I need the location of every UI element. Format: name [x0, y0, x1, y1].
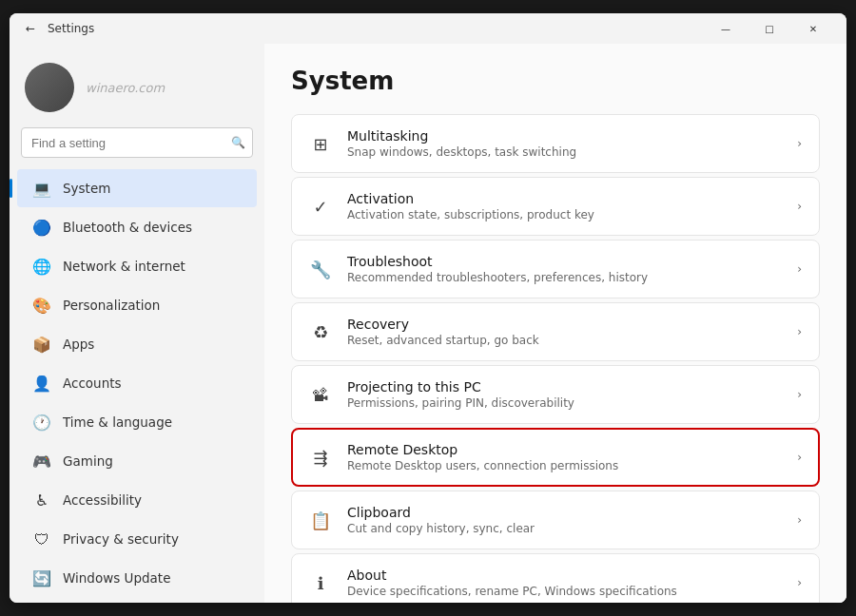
user-profile: winaero.com [10, 55, 264, 127]
nav-list: 💻 System 🔵 Bluetooth & devices 🌐 Network… [10, 169, 264, 597]
sidebar-item-network[interactable]: 🌐 Network & internet [17, 247, 257, 285]
sidebar-item-personalization[interactable]: 🎨 Personalization [17, 286, 257, 324]
settings-item-text: Activation Activation state, subscriptio… [347, 191, 782, 221]
main-wrapper: System ⊞ Multitasking Snap windows, desk… [264, 44, 846, 603]
close-button[interactable]: ✕ [791, 13, 835, 44]
projecting-icon: 📽 [309, 383, 332, 406]
sidebar-item-label: System [63, 181, 242, 196]
gaming-icon: 🎮 [32, 452, 51, 471]
settings-item-title: Recovery [347, 317, 782, 332]
settings-item-desc: Remote Desktop users, connection permiss… [347, 459, 782, 472]
chevron-icon: › [797, 388, 802, 401]
about-icon: ℹ [309, 571, 332, 594]
recovery-icon: ♻ [309, 320, 332, 343]
settings-item-desc: Permissions, pairing PIN, discoverabilit… [347, 396, 782, 410]
minimize-button[interactable]: — [704, 13, 748, 44]
personalization-icon: 🎨 [32, 296, 51, 315]
settings-item-text: Multitasking Snap windows, desktops, tas… [347, 128, 782, 159]
maximize-button[interactable]: □ [748, 13, 791, 44]
settings-item-text: Projecting to this PC Permissions, pairi… [347, 379, 782, 410]
search-box: 🔍 [21, 127, 253, 158]
settings-item-title: Clipboard [347, 505, 782, 520]
chevron-icon: › [797, 576, 802, 589]
back-button[interactable]: ← [21, 19, 40, 38]
sidebar-item-system[interactable]: 💻 System [17, 169, 257, 207]
settings-item-clipboard[interactable]: 📋 Clipboard Cut and copy history, sync, … [291, 491, 820, 549]
accessibility-icon: ♿ [32, 491, 51, 510]
titlebar-title: Settings [48, 22, 704, 35]
settings-item-text: About Device specifications, rename PC, … [347, 568, 782, 598]
settings-item-activation[interactable]: ✓ Activation Activation state, subscript… [291, 177, 820, 236]
sidebar-item-label: Network & internet [63, 259, 242, 274]
settings-item-title: Troubleshoot [347, 254, 782, 269]
settings-item-desc: Cut and copy history, sync, clear [347, 522, 782, 535]
system-icon: 💻 [32, 179, 51, 198]
sidebar-item-label: Windows Update [63, 570, 242, 586]
titlebar: ← Settings — □ ✕ [10, 13, 846, 44]
settings-item-desc: Device specifications, rename PC, Window… [347, 585, 782, 598]
settings-item-desc: Reset, advanced startup, go back [347, 334, 782, 347]
time-icon: 🕐 [32, 413, 51, 432]
settings-item-about[interactable]: ℹ About Device specifications, rename PC… [291, 553, 820, 603]
settings-item-recovery[interactable]: ♻ Recovery Reset, advanced startup, go b… [291, 302, 820, 361]
sidebar-item-bluetooth[interactable]: 🔵 Bluetooth & devices [17, 208, 257, 246]
settings-item-title: Projecting to this PC [347, 379, 782, 395]
troubleshoot-icon: 🔧 [309, 258, 332, 280]
settings-item-text: Remote Desktop Remote Desktop users, con… [347, 442, 782, 472]
chevron-icon: › [797, 513, 802, 527]
content-area: winaero.com 🔍 💻 System 🔵 Bluetooth & dev… [10, 44, 846, 603]
settings-item-projecting[interactable]: 📽 Projecting to this PC Permissions, pai… [291, 365, 820, 424]
settings-item-title: Remote Desktop [347, 442, 782, 457]
search-icon: 🔍 [231, 136, 245, 149]
chevron-icon: › [797, 262, 802, 276]
apps-icon: 📦 [32, 335, 51, 354]
settings-list: ⊞ Multitasking Snap windows, desktops, t… [291, 114, 820, 603]
network-icon: 🌐 [32, 257, 51, 276]
multitasking-icon: ⊞ [309, 132, 332, 155]
sidebar-item-label: Time & language [63, 414, 242, 430]
sidebar-item-label: Privacy & security [63, 531, 242, 547]
sidebar-item-update[interactable]: 🔄 Windows Update [17, 559, 257, 597]
sidebar-item-accessibility[interactable]: ♿ Accessibility [17, 481, 257, 519]
chevron-icon: › [797, 451, 802, 464]
user-name: winaero.com [86, 81, 165, 95]
settings-item-desc: Recommended troubleshooters, preferences… [347, 271, 782, 284]
page-title: System [291, 67, 820, 95]
sidebar-item-label: Accessibility [63, 492, 242, 508]
settings-item-text: Troubleshoot Recommended troubleshooters… [347, 254, 782, 284]
bluetooth-icon: 🔵 [32, 218, 51, 237]
sidebar-item-label: Bluetooth & devices [63, 220, 242, 235]
settings-window: ← Settings — □ ✕ winaero.com 🔍 [10, 13, 846, 603]
sidebar-item-time[interactable]: 🕐 Time & language [17, 403, 257, 441]
settings-item-text: Clipboard Cut and copy history, sync, cl… [347, 505, 782, 535]
settings-item-remote-desktop[interactable]: ⇶ Remote Desktop Remote Desktop users, c… [291, 428, 820, 487]
sidebar-item-privacy[interactable]: 🛡 Privacy & security [17, 520, 257, 558]
sidebar-item-label: Gaming [63, 453, 242, 469]
sidebar-item-label: Accounts [63, 375, 242, 391]
accounts-icon: 👤 [32, 374, 51, 393]
settings-item-title: Activation [347, 191, 782, 206]
main-content: System ⊞ Multitasking Snap windows, desk… [264, 44, 846, 603]
settings-item-multitasking[interactable]: ⊞ Multitasking Snap windows, desktops, t… [291, 114, 820, 173]
sidebar-item-label: Personalization [63, 298, 242, 313]
update-icon: 🔄 [32, 568, 51, 587]
sidebar-item-label: Apps [63, 337, 242, 352]
sidebar-item-gaming[interactable]: 🎮 Gaming [17, 442, 257, 480]
settings-item-desc: Snap windows, desktops, task switching [347, 145, 782, 159]
settings-item-title: About [347, 568, 782, 583]
sidebar-item-apps[interactable]: 📦 Apps [17, 325, 257, 363]
window-controls: — □ ✕ [704, 13, 835, 44]
activation-icon: ✓ [309, 195, 332, 218]
clipboard-icon: 📋 [309, 509, 332, 531]
search-input[interactable] [21, 127, 253, 158]
settings-item-troubleshoot[interactable]: 🔧 Troubleshoot Recommended troubleshoote… [291, 240, 820, 298]
privacy-icon: 🛡 [32, 529, 51, 549]
settings-item-text: Recovery Reset, advanced startup, go bac… [347, 317, 782, 347]
sidebar-item-accounts[interactable]: 👤 Accounts [17, 364, 257, 402]
chevron-icon: › [797, 325, 802, 338]
avatar [25, 63, 74, 112]
settings-item-desc: Activation state, subscriptions, product… [347, 208, 782, 221]
remote-desktop-icon: ⇶ [309, 446, 332, 469]
chevron-icon: › [797, 200, 802, 213]
chevron-icon: › [797, 137, 802, 150]
